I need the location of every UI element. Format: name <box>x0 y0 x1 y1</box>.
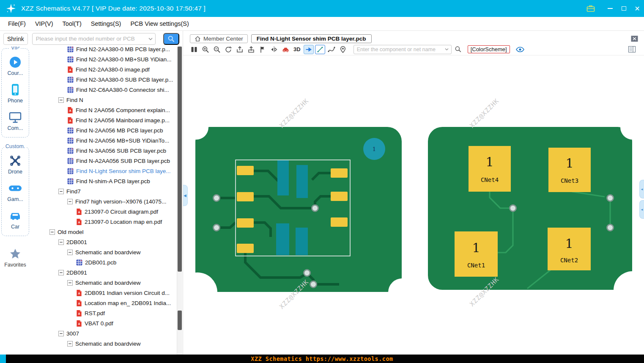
tree-item-find-n2-2aa380-0-mb-pcb-layer-p[interactable]: Find N2-2AA380-0 MB PCB layer.p... <box>30 47 183 54</box>
pcb-canvas[interactable]: 1 <box>183 55 644 355</box>
tree-item-find-n2-2aa380-0-mb-sub-yidian[interactable]: Find N2-2AA380-0 MB+SUB YiDian... <box>30 54 183 64</box>
menu-item-settings-s[interactable]: Settings(S) <box>86 18 126 29</box>
route-icon[interactable] <box>326 45 337 54</box>
pan-arrow-icon[interactable] <box>304 45 314 54</box>
vip-briefcase-icon[interactable] <box>584 0 597 17</box>
shrink-button[interactable]: Shrink <box>3 33 28 45</box>
tree-scrollbar-thumb-secondary[interactable] <box>178 311 182 330</box>
collapse-icon[interactable] <box>67 199 73 204</box>
tree-item-3007[interactable]: 3007 <box>30 328 183 338</box>
diagonal-measure-icon[interactable] <box>315 45 325 54</box>
net-search-combo[interactable] <box>354 45 452 54</box>
menu-item-pcb-view-settings-s[interactable]: PCB View settings(S) <box>126 18 193 29</box>
sidebar-item-cour[interactable]: Cour... <box>8 55 23 76</box>
tree-item-213097-0-location-map-en-pdf[interactable]: A213097-0 Location map en.pdf <box>30 217 183 227</box>
sidebar-item-phone[interactable]: Phone <box>8 83 23 104</box>
layer-panel-icon[interactable] <box>628 46 636 52</box>
collapse-tree-handle[interactable]: ◄ <box>183 185 188 206</box>
tree-item-old-model[interactable]: Old model <box>30 227 183 237</box>
component-cnet3[interactable]: 1 CNet3 <box>548 148 591 192</box>
chevron-down-icon[interactable] <box>148 37 155 41</box>
sidebar-item-favorites[interactable]: Favorites <box>1 247 29 268</box>
net-search-input[interactable] <box>354 47 444 52</box>
tree-item-schematic-and-boardview[interactable]: Schematic and boardview <box>30 247 183 257</box>
tree-item-213097-0-circuit-diagram-pdf[interactable]: A213097-0 Circuit diagram.pdf <box>30 206 183 217</box>
component-cnet1[interactable]: 1 CNet1 <box>455 231 498 277</box>
tab-member-center[interactable]: Member Center <box>190 34 248 43</box>
tree-scrollbar-thumb[interactable] <box>178 47 182 272</box>
right-board[interactable]: 1 CNet4 1 CNet3 1 CNet1 <box>428 115 644 309</box>
tree-item-rst-pdf[interactable]: ARST.pdf <box>30 308 183 318</box>
sidebar-item-car[interactable]: Car <box>9 209 22 230</box>
probe-icon[interactable] <box>338 45 348 54</box>
right-panel-handle-top[interactable]: ◂ <box>639 180 644 198</box>
tree-item-2db001[interactable]: 2DB001 <box>30 237 183 247</box>
model-search-combo[interactable] <box>32 33 156 45</box>
board-color-icon[interactable] <box>280 45 290 54</box>
tree-item-find-n[interactable]: Find N <box>30 95 183 105</box>
sidebar-item-com[interactable]: Com... <box>8 110 23 131</box>
close-button[interactable]: ✕ <box>630 0 644 17</box>
collapse-icon[interactable] <box>58 189 64 194</box>
tree-item-find-n-shim-a-pcb-layer-pcb[interactable]: Find N-shim-A PCB layer.pcb <box>30 176 183 186</box>
tree-item-find-n-3aa056-sub-pcb-layer-pcb[interactable]: Find N-3AA056 SUB PCB layer.pcb <box>30 146 183 156</box>
tree-item-find-n-light-sensor-shim-pcb-laye[interactable]: Find N-Light Sensor shim PCB laye... <box>30 166 183 176</box>
menu-item-vip-v[interactable]: VIP(V) <box>30 18 58 29</box>
tree-item-find-n-2aa056-mainboard-image-p[interactable]: AFind N 2AA056 Mainboard image.p... <box>30 115 183 125</box>
pcb-drawing[interactable]: 1 <box>183 55 644 355</box>
mirror-icon[interactable] <box>269 45 279 54</box>
model-search-button[interactable] <box>163 33 179 45</box>
zoom-out-icon[interactable] <box>212 45 222 54</box>
close-tab-panel-icon[interactable] <box>631 36 638 42</box>
tree-item-find7[interactable]: Find7 <box>30 186 183 196</box>
collapse-icon[interactable] <box>58 270 64 275</box>
component-cnet2[interactable]: 1 CNet2 <box>548 228 591 270</box>
tree-item-find-n-2aa056-mb-pcb-layer-pcb[interactable]: Find N-2AA056 MB PCB layer.pcb <box>30 125 183 135</box>
collapse-icon[interactable] <box>67 280 73 286</box>
right-panel-handle-bottom[interactable]: ◂ <box>639 200 644 219</box>
tree-item-location-map-en-2db091-india[interactable]: ALocation map en_ 2DB091 India... <box>30 298 183 308</box>
tree-item-vbat-0-pdf[interactable]: AVBAT 0.pdf <box>30 318 183 328</box>
tab-active-pcb[interactable]: Find N-Light Sensor shim PCB layer.pcb <box>251 34 372 43</box>
collapse-icon[interactable] <box>49 229 55 235</box>
tree-item-find-n2-c6aa380-0-connector-shi[interactable]: Find N2-C6AA380-0 Connector shi... <box>30 85 183 95</box>
net-search-icon[interactable] <box>455 46 462 53</box>
export-board-icon[interactable] <box>235 45 245 54</box>
rotate-icon[interactable] <box>223 45 233 54</box>
tree-item-find-n-a2aa056-sub-pcb-layer-pcb[interactable]: Find N-A2AA056 SUB PCB layer.pcb <box>30 156 183 166</box>
collapse-icon[interactable] <box>58 239 64 245</box>
menu-item-tool-t[interactable]: Tool(T) <box>58 18 86 29</box>
tree-item-schematic-and-boardview[interactable]: Schematic and boardview <box>30 278 183 288</box>
sidebar-item-drone[interactable]: Drone <box>8 154 22 175</box>
left-board[interactable]: 1 <box>183 115 416 312</box>
split-view-icon[interactable] <box>189 45 199 54</box>
tree-item-2db001-pcb[interactable]: 2DB001.pcb <box>30 257 183 267</box>
tree-item-find-n-2aa056-component-explain[interactable]: AFind N 2AA056 Component explain... <box>30 105 183 115</box>
menu-item-file-f[interactable]: File(F) <box>3 18 30 29</box>
color-scheme-button[interactable]: [ColorScheme] <box>468 45 510 53</box>
tree-item-find7-high-version-x9076-14075[interactable]: Find7 high version--X9076 (14075... <box>30 196 183 206</box>
collapse-icon[interactable] <box>58 331 64 336</box>
tree-item-find-n2-2aa380-0-image-pdf[interactable]: AFind N2-2AA380-0 image.pdf <box>30 64 183 74</box>
collapse-icon[interactable] <box>58 97 64 103</box>
tree-item-2db091-indian-version-circuit-d[interactable]: A2DB091 Indian version Circuit d... <box>30 288 183 298</box>
zoom-in-icon[interactable] <box>200 45 211 54</box>
export-image-icon[interactable] <box>246 45 256 54</box>
tree-item-find-n-2aa056-mb-sub-yidianto[interactable]: Find N-2AA056 MB+SUB YiDianTo... <box>30 135 183 146</box>
collapse-icon[interactable] <box>67 250 73 255</box>
sidebar-item-gam[interactable]: Gam... <box>7 182 23 202</box>
tree-scrollbar[interactable] <box>177 47 182 355</box>
minimize-button[interactable] <box>603 0 617 17</box>
collapse-icon[interactable] <box>67 341 73 346</box>
flag-icon[interactable] <box>258 45 268 54</box>
tree-item-find-n2-3aa380-0-sub-pcb-layer-p[interactable]: Find N2-3AA380-0 SUB PCB layer.p... <box>30 74 183 85</box>
chevron-down-icon[interactable] <box>444 48 451 51</box>
maximize-button[interactable] <box>617 0 630 17</box>
threed-label[interactable]: 3D <box>292 45 302 54</box>
tree-item-schematic-and-boardview[interactable]: Schematic and boardview <box>30 338 183 349</box>
search-icon <box>167 35 175 43</box>
tree-item-2db091[interactable]: 2DB091 <box>30 267 183 278</box>
component-cnet4[interactable]: 1 CNet4 <box>469 146 511 192</box>
eye-icon[interactable] <box>516 47 524 52</box>
model-search-input[interactable] <box>33 36 148 42</box>
